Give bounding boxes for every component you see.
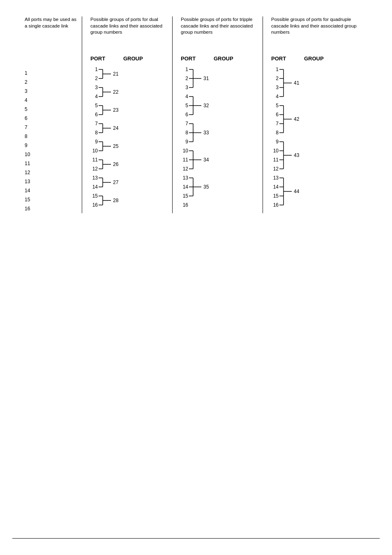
triple-cascade-svg: 1 2 3 31 4 5 6 32 7 — [181, 65, 255, 210]
svg-text:14: 14 — [92, 184, 98, 190]
svg-text:13: 13 — [183, 175, 189, 181]
svg-text:34: 34 — [203, 157, 209, 163]
svg-text:42: 42 — [294, 116, 300, 122]
column-single: All ports may be used as a single cascad… — [12, 16, 82, 213]
svg-text:13: 13 — [92, 175, 98, 181]
svg-text:11: 11 — [273, 157, 279, 163]
list-item: 15 — [25, 195, 78, 204]
svg-text:14: 14 — [273, 184, 279, 190]
svg-text:22: 22 — [113, 89, 119, 95]
svg-text:28: 28 — [113, 198, 119, 203]
svg-text:6: 6 — [185, 112, 188, 117]
svg-text:4: 4 — [185, 94, 188, 99]
col1-group-label: GROUP — [123, 55, 143, 62]
svg-text:11: 11 — [92, 157, 98, 163]
svg-text:32: 32 — [203, 103, 209, 108]
list-item: 8 — [25, 132, 78, 141]
svg-text:10: 10 — [92, 148, 98, 154]
svg-text:10: 10 — [183, 148, 189, 154]
svg-text:2: 2 — [276, 76, 279, 81]
svg-text:16: 16 — [92, 202, 98, 208]
svg-text:25: 25 — [113, 143, 119, 149]
svg-text:12: 12 — [183, 166, 189, 172]
svg-text:4: 4 — [276, 94, 279, 99]
single-port-list: 1 2 3 4 5 6 7 8 9 10 11 12 13 14 15 16 — [25, 69, 78, 213]
svg-text:9: 9 — [185, 139, 188, 145]
svg-text:5: 5 — [276, 103, 279, 108]
col1-subheader: PORT GROUP — [90, 55, 168, 62]
svg-text:4: 4 — [95, 94, 98, 99]
svg-text:9: 9 — [95, 139, 98, 145]
svg-text:10: 10 — [273, 148, 279, 154]
main-table: All ports may be used as a single cascad… — [12, 16, 380, 213]
svg-text:26: 26 — [113, 161, 119, 167]
svg-text:5: 5 — [185, 103, 188, 108]
quad-cascade-svg: 1 2 3 4 41 5 6 7 8 — [271, 65, 349, 210]
svg-text:7: 7 — [276, 121, 279, 127]
list-item: 7 — [25, 123, 78, 132]
svg-text:27: 27 — [113, 180, 119, 185]
list-item: 3 — [25, 87, 78, 96]
svg-text:2: 2 — [95, 76, 98, 81]
svg-text:15: 15 — [92, 193, 98, 199]
dual-cascade-svg: 1 2 21 3 4 22 5 6 — [90, 65, 164, 210]
list-item: 9 — [25, 141, 78, 150]
svg-text:3: 3 — [95, 85, 98, 90]
col2-group-label: GROUP — [214, 55, 233, 62]
svg-text:1: 1 — [185, 67, 188, 72]
svg-text:1: 1 — [276, 67, 279, 72]
list-item: 16 — [25, 204, 78, 213]
list-item: 12 — [25, 168, 78, 177]
column-triple: Possible groups of ports for tripple cas… — [173, 16, 263, 213]
svg-text:1: 1 — [95, 67, 98, 72]
svg-text:3: 3 — [276, 85, 279, 90]
list-item: 13 — [25, 177, 78, 186]
list-item: 4 — [25, 96, 78, 105]
column-dual: Possible groups of ports for dual cascad… — [82, 16, 173, 213]
list-item: 5 — [25, 105, 78, 114]
footer-line — [12, 538, 380, 539]
svg-text:35: 35 — [203, 184, 209, 190]
col0-header: All ports may be used as a single cascad… — [25, 16, 78, 47]
list-item: 1 — [25, 69, 78, 78]
svg-text:16: 16 — [183, 202, 189, 208]
svg-text:7: 7 — [185, 121, 188, 127]
svg-text:15: 15 — [183, 193, 189, 199]
svg-text:5: 5 — [95, 103, 98, 108]
svg-text:8: 8 — [95, 130, 98, 136]
svg-text:11: 11 — [183, 157, 189, 163]
list-item: 2 — [25, 78, 78, 87]
svg-text:31: 31 — [203, 76, 209, 81]
svg-text:8: 8 — [276, 130, 279, 136]
list-item: 6 — [25, 114, 78, 123]
svg-text:41: 41 — [294, 80, 300, 86]
col3-subheader: PORT GROUP — [271, 55, 362, 62]
svg-text:43: 43 — [294, 152, 300, 158]
svg-text:21: 21 — [113, 71, 119, 77]
svg-text:44: 44 — [294, 189, 300, 194]
list-item: 10 — [25, 150, 78, 159]
svg-text:16: 16 — [273, 202, 279, 208]
col2-header: Possible groups of ports for tripple cas… — [181, 16, 258, 47]
svg-text:13: 13 — [273, 175, 279, 181]
col1-port-label: PORT — [90, 55, 115, 62]
svg-text:14: 14 — [183, 184, 189, 190]
page: All ports may be used as a single cascad… — [0, 0, 392, 555]
list-item: 11 — [25, 159, 78, 168]
svg-text:6: 6 — [95, 112, 98, 117]
svg-text:6: 6 — [276, 112, 279, 117]
svg-text:3: 3 — [185, 85, 188, 90]
col2-port-label: PORT — [181, 55, 205, 62]
svg-text:12: 12 — [273, 166, 279, 172]
column-quad: Possible groups of ports for quadruple c… — [263, 16, 366, 213]
col2-subheader: PORT GROUP — [181, 55, 258, 62]
svg-text:8: 8 — [185, 130, 188, 136]
svg-text:12: 12 — [92, 166, 98, 172]
col3-header: Possible groups of ports for quadruple c… — [271, 16, 362, 47]
svg-text:33: 33 — [203, 130, 209, 136]
svg-text:9: 9 — [276, 139, 279, 145]
svg-text:24: 24 — [113, 125, 119, 131]
svg-text:23: 23 — [113, 107, 119, 113]
svg-text:2: 2 — [185, 76, 188, 81]
col3-port-label: PORT — [271, 55, 296, 62]
